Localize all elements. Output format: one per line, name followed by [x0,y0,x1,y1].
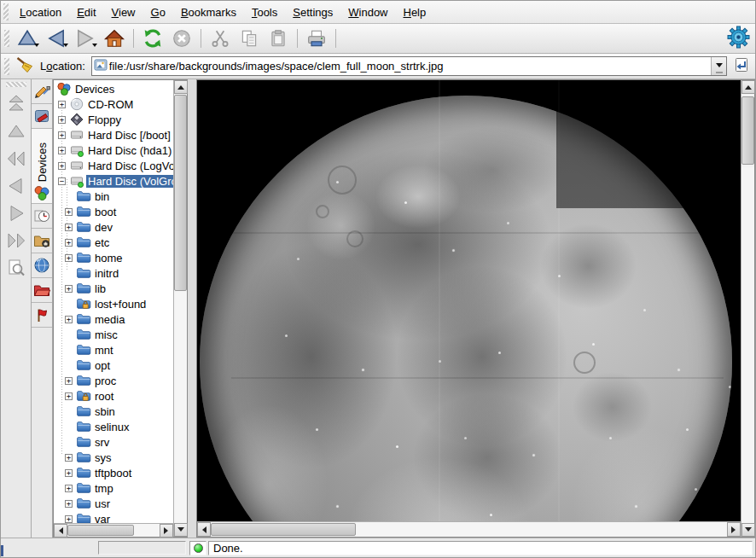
tree-item-sys[interactable]: sys [55,450,173,465]
tree-item-floppy[interactable]: Floppy [55,112,173,127]
expander[interactable] [65,515,73,523]
tab-bookmarks[interactable] [32,104,52,129]
tree-item-bin[interactable]: bin [55,189,173,204]
expander[interactable] [65,239,73,247]
tab-root-folder[interactable] [32,278,52,303]
back-double-button[interactable] [3,146,30,173]
up-button[interactable] [13,26,42,51]
tab-services[interactable] [32,303,52,328]
tree-item-initrd[interactable]: initrd [55,265,173,281]
toolbar-drag-handle[interactable] [3,3,9,20]
scroll-right-button[interactable] [727,522,741,537]
tree-item-tmp[interactable]: tmp [55,480,173,496]
tree-item-media[interactable]: media [55,311,173,327]
clear-location-button[interactable] [13,55,37,78]
copy-button[interactable] [235,26,264,51]
expander[interactable] [58,177,66,185]
find-button[interactable] [3,255,30,282]
tree-item-misc[interactable]: misc [55,327,173,342]
toolbar-drag-handle[interactable] [4,58,9,75]
tree-vertical-scrollbar[interactable] [173,80,187,537]
tree-item-usr[interactable]: usr [55,496,173,511]
menu-tools[interactable]: Tools [244,4,285,20]
location-input[interactable]: file:/usr/share/backgrounds/images/space… [109,57,711,75]
expander[interactable] [65,208,73,216]
menu-location[interactable]: Location [12,4,69,20]
tree-item-etc[interactable]: etc [55,235,173,250]
menu-view[interactable]: View [104,4,143,20]
tree-root-devices[interactable]: Devices [55,81,173,96]
print-button[interactable] [302,26,331,51]
tree-item-home[interactable]: home [55,250,173,265]
view-vertical-scrollbar[interactable] [741,80,754,537]
scroll-up-button[interactable] [174,80,188,94]
back-gray-button[interactable] [3,173,30,201]
back-button[interactable] [42,26,71,51]
scroll-thumb[interactable] [174,95,187,291]
tree-item-mnt[interactable]: mnt [55,342,173,357]
scroll-down-button[interactable] [741,523,755,537]
expander[interactable] [58,101,66,108]
expander[interactable] [58,131,66,139]
expander[interactable] [65,316,73,323]
expander[interactable] [58,162,66,170]
menu-help[interactable]: Help [396,4,434,20]
forward-gray-button[interactable] [3,201,30,228]
tree-item-tftpboot[interactable]: tftpboot [55,465,173,480]
tree-item-lib[interactable]: lib [55,281,173,296]
expander[interactable] [65,454,73,462]
expander[interactable] [65,392,73,400]
tree-item-boot[interactable]: boot [55,204,173,219]
expander[interactable] [58,147,66,154]
tree-item-selinux[interactable]: selinux [55,419,173,434]
expander[interactable] [58,116,66,124]
tab-network[interactable] [32,253,52,278]
expander[interactable] [65,500,73,508]
tree-item-opt[interactable]: opt [55,357,173,373]
forward-double-button[interactable] [3,228,30,255]
forward-button[interactable] [71,26,100,51]
location-dropdown-button[interactable] [711,57,726,75]
stop-button[interactable] [167,26,196,51]
go-button[interactable] [730,55,753,78]
scroll-thumb[interactable] [211,523,356,536]
reload-button[interactable] [138,26,167,51]
menu-window[interactable]: Window [340,4,395,20]
tree-item-hd-logvol[interactable]: Hard Disc (LogVol0 [55,158,173,173]
expander[interactable] [65,377,73,385]
tab-history[interactable] [32,204,52,229]
tree-item-hd-hda1[interactable]: Hard Disc (hda1) [/ [55,142,173,158]
scroll-right-button[interactable] [160,524,173,538]
expander[interactable] [65,485,73,492]
expander[interactable] [65,254,73,262]
menu-bookmarks[interactable]: Bookmarks [173,4,244,20]
tree-item-root[interactable]: root [55,388,173,404]
tree-item-sbin[interactable]: sbin [55,404,173,419]
expander[interactable] [65,224,73,231]
scroll-up-button[interactable] [741,80,755,94]
up-double-button[interactable] [3,91,30,119]
paste-button[interactable] [264,26,293,51]
location-combobox[interactable]: file:/usr/share/backgrounds/images/space… [91,56,727,76]
menu-edit[interactable]: Edit [69,4,103,20]
menu-settings[interactable]: Settings [285,4,340,20]
tree-item-cdrom[interactable]: CD-ROM [55,96,173,112]
view-horizontal-scrollbar[interactable] [197,521,741,537]
toolbar-drag-handle[interactable] [6,82,26,87]
tree-item-var[interactable]: var [55,511,173,523]
tree-item-hd-volgroup[interactable]: Hard Disc (VolGrou [55,173,173,189]
tree-item-proc[interactable]: proc [55,373,173,388]
home-button[interactable] [100,26,129,51]
configure-sidebar-button[interactable] [32,79,52,104]
tab-devices[interactable]: Devices [32,129,52,204]
tree-item-srv[interactable]: srv [55,434,173,450]
up-gray-button[interactable] [3,119,30,146]
expander[interactable] [65,469,73,477]
scroll-left-button[interactable] [197,522,211,537]
tree-item-dev[interactable]: dev [55,219,173,235]
expander[interactable] [65,285,73,293]
menu-go[interactable]: Go [143,4,173,20]
tree-horizontal-scrollbar[interactable] [54,523,173,537]
toolbar-drag-handle[interactable] [4,30,9,47]
panel-splitter[interactable] [188,79,196,538]
